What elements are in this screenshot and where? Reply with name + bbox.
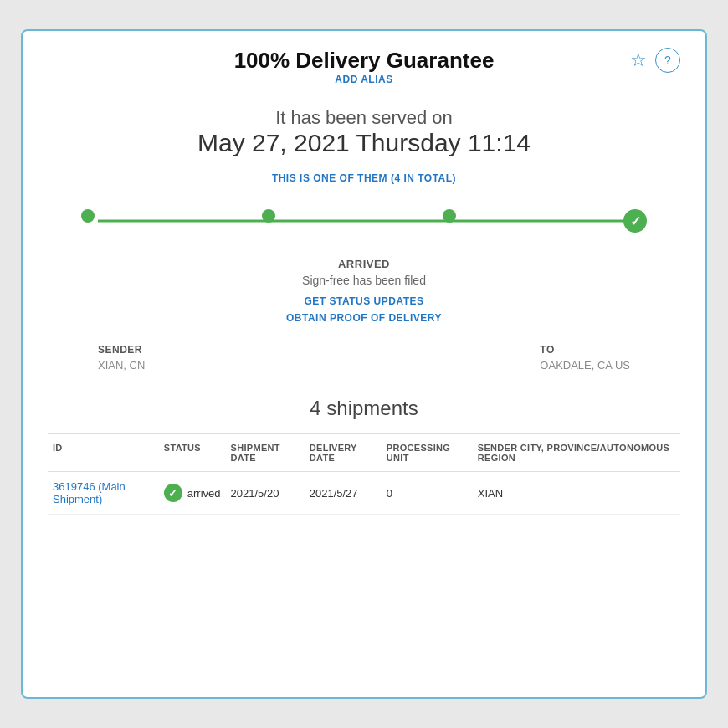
- served-section: It has been served on May 27, 2021 Thurs…: [48, 107, 680, 157]
- obtain-proof-link[interactable]: OBTAIN PROOF OF DELIVERY: [48, 312, 680, 324]
- progress-dots: ✓: [81, 209, 647, 233]
- cell-id[interactable]: 3619746 (Main Shipment): [48, 472, 159, 515]
- status-label: ARRIVED: [48, 258, 680, 270]
- sender-label: SENDER: [98, 344, 145, 356]
- col-header-id: ID: [48, 434, 159, 472]
- col-header-status: STATUS: [159, 434, 226, 472]
- progress-dot-2: [262, 209, 275, 223]
- sender-value: XIAN, CN: [98, 359, 145, 372]
- shipments-title: 4 shipments: [48, 397, 680, 420]
- header-icons: ☆ ?: [630, 48, 680, 73]
- total-note: THIS IS ONE OF THEM (4 IN TOTAL): [48, 172, 680, 184]
- served-line2: May 27, 2021 Thursday 11:14: [48, 129, 680, 157]
- progress-dot-4-check: ✓: [623, 209, 647, 233]
- cell-delivery-date: 2021/5/27: [305, 472, 382, 515]
- cell-shipment-date: 2021/5/20: [226, 472, 305, 515]
- to-label: TO: [540, 344, 630, 356]
- status-check-icon: ✓: [164, 484, 182, 502]
- col-header-sender-city: SENDER CITY, PROVINCE/AUTONOMOUS REGION: [473, 434, 680, 472]
- star-button[interactable]: ☆: [630, 48, 647, 73]
- sender-block: SENDER XIAN, CN: [98, 344, 145, 372]
- to-value: OAKDALE, CA US: [540, 359, 630, 372]
- status-section: ARRIVED Sign-free has been filed GET STA…: [48, 258, 680, 324]
- page-title: 100% Delivery Guarantee: [234, 48, 495, 74]
- progress-bar: ✓: [81, 204, 647, 238]
- progress-dot-1: [81, 209, 95, 223]
- cell-processing-unit: 0: [382, 472, 473, 515]
- served-line1: It has been served on: [48, 107, 680, 129]
- status-text: arrived: [187, 487, 221, 500]
- table-row: 3619746 (Main Shipment) ✓ arrived 2021/5…: [48, 472, 680, 515]
- cell-sender-city: XIAN: [473, 472, 680, 515]
- help-button[interactable]: ?: [655, 48, 680, 73]
- add-alias-link[interactable]: ADD ALIAS: [234, 74, 495, 85]
- col-header-processing-unit: PROCESSING UNIT: [382, 434, 473, 472]
- main-card: 100% Delivery Guarantee ADD ALIAS ☆ ? It…: [21, 29, 707, 699]
- shipments-table: ID STATUS SHIPMENT DATE DELIVERY DATE PR…: [48, 434, 680, 515]
- to-block: TO OAKDALE, CA US: [540, 344, 630, 372]
- col-header-delivery-date: DELIVERY DATE: [305, 434, 382, 472]
- get-status-updates-link[interactable]: GET STATUS UPDATES: [48, 295, 680, 307]
- sender-to-section: SENDER XIAN, CN TO OAKDALE, CA US: [48, 344, 680, 372]
- header: 100% Delivery Guarantee ADD ALIAS ☆ ?: [48, 48, 680, 102]
- table-header-row: ID STATUS SHIPMENT DATE DELIVERY DATE PR…: [48, 434, 680, 472]
- progress-dot-3: [443, 209, 456, 223]
- col-header-shipment-date: SHIPMENT DATE: [226, 434, 305, 472]
- cell-status: ✓ arrived: [159, 472, 226, 515]
- status-description: Sign-free has been filed: [48, 274, 680, 287]
